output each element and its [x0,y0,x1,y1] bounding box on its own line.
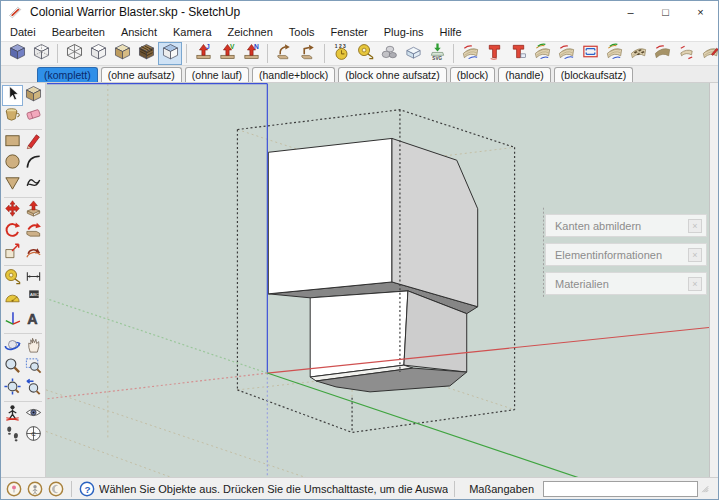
scene-tab-ohne-lauf[interactable]: (ohne lauf) [185,67,249,82]
statusbar: ? Wählen Sie Objekte aus. Drücken Sie di… [1,477,718,499]
statusbar-separator [454,481,455,497]
skin-contours-button[interactable] [554,42,578,65]
tray-close-button[interactable]: × [688,219,702,233]
pan-tool-button[interactable] [23,336,44,357]
arc-tool-button[interactable] [23,153,44,174]
scene-tab-handle[interactable]: (handle) [498,67,551,82]
3d-text-tool-button[interactable]: A [23,310,44,331]
make-component-tool-button[interactable] [23,85,44,106]
position-camera-tool-button[interactable] [2,404,23,425]
tape-measure-tool-button[interactable] [2,268,23,289]
text-tool-button[interactable]: ABC [23,289,44,310]
menu-item-datei[interactable]: Datei [10,26,36,38]
shaded-textures-style-button[interactable] [134,42,158,65]
curviloft-small-button[interactable] [674,42,698,65]
shaded-style-button[interactable] [110,42,134,65]
back-edges-button[interactable] [29,42,53,65]
line-tool-icon [24,131,43,154]
wireframe-style-button[interactable] [62,42,86,65]
scene-tab-ohne-aufsatz[interactable]: (ohne aufsatz) [101,67,182,82]
scene-tab-handle+block[interactable]: (handle+block) [252,67,335,82]
orbit-tool-button[interactable] [2,336,23,357]
normal-push-pull-button[interactable]: N [239,42,263,65]
menu-item-fenster[interactable]: Fenster [330,26,367,38]
curviloft-edit-button[interactable] [698,42,719,65]
scene-tab-block-ohne-aufsatz[interactable]: (block ohne aufsatz) [338,67,447,82]
svg-text:ABC: ABC [30,292,39,297]
menu-item-tools[interactable]: Tools [289,26,315,38]
tools-on-surface-button[interactable] [482,42,506,65]
look-around-tool-button[interactable] [23,404,44,425]
scene-tab-block[interactable]: (block) [450,67,496,82]
rectangle-tool-button[interactable] [2,132,23,153]
offset-tool-button[interactable] [23,242,44,263]
walk-tool-button[interactable] [2,425,23,446]
credits-icon[interactable] [47,480,65,498]
push-pull-tool-button[interactable] [23,200,44,221]
scene-tab-komplett[interactable]: (komplett) [37,67,98,82]
zoom-tool-button[interactable] [2,357,23,378]
curviloft-mesh-button[interactable] [602,42,626,65]
loft-by-spline-button[interactable] [458,42,482,65]
line-tool-button[interactable] [23,132,44,153]
tape-roll-button[interactable] [353,42,377,65]
tray-close-button[interactable]: × [688,277,702,291]
curviloft-dark-button[interactable] [650,42,674,65]
polygon-tool-button[interactable] [2,174,23,195]
sharp-bend-button[interactable] [296,42,320,65]
hidden-line-style-button[interactable] [86,42,110,65]
help-icon[interactable]: ? [78,480,96,498]
paint-bucket-tool-button[interactable] [2,106,23,127]
follow-me-tool-button[interactable] [23,221,44,242]
scale-tool-button[interactable] [2,242,23,263]
drop-stones-button[interactable] [377,42,401,65]
eraser-tool-button[interactable] [23,106,44,127]
select-tool-button[interactable] [2,85,23,106]
vector-push-pull-button[interactable]: V [215,42,239,65]
tools-on-surface-alt-button[interactable] [506,42,530,65]
dimension-tool-button[interactable] [23,268,44,289]
geolocation-icon[interactable] [5,480,23,498]
monochrome-style-button[interactable] [158,42,182,65]
menu-item-hilfe[interactable]: Hilfe [440,26,462,38]
model-top-block-front-face[interactable] [268,138,392,293]
circle-tool-button[interactable] [2,153,23,174]
tray-close-button[interactable]: × [688,248,702,262]
xray-mode-button[interactable] [5,42,29,65]
joint-push-pull-button[interactable]: J [191,42,215,65]
menu-item-ansicht[interactable]: Ansicht [121,26,157,38]
loft-along-path-button[interactable] [530,42,554,65]
section-plane-tool-button[interactable]: C [23,425,44,446]
measurements-label: Maßangaben [469,483,534,495]
close-button[interactable]: × [683,1,718,23]
tray-materialien[interactable]: Materialien× [545,272,707,295]
zoom-window-tool-button[interactable] [23,357,44,378]
round-bend-button[interactable] [272,42,296,65]
rotate-tool-button[interactable] [2,221,23,242]
scene-tab-blockaufsatz[interactable]: (blockaufsatz) [554,67,633,82]
counter-123-button[interactable]: 1 2 3 [329,42,353,65]
zoom-previous-tool-button[interactable] [23,378,44,399]
move-tool-button[interactable] [2,200,23,221]
menu-item-bearbeiten[interactable]: Bearbeiten [52,26,105,38]
tool-row [2,404,44,425]
menu-item-plug-ins[interactable]: Plug-ins [384,26,424,38]
surface-frame-button[interactable] [578,42,602,65]
tray-elementinformationen[interactable]: Elementinformationen× [545,243,707,266]
menu-item-kamera[interactable]: Kamera [173,26,212,38]
maximize-button[interactable]: □ [648,1,683,23]
eraser-tool-icon [24,105,43,128]
zoom-extents-tool-button[interactable] [2,378,23,399]
menu-item-zeichnen[interactable]: Zeichnen [228,26,273,38]
tray-kanten-abmildern[interactable]: Kanten abmildern× [545,214,707,237]
protractor-tool-button[interactable] [2,289,23,310]
measurements-input[interactable] [543,481,698,497]
curviloft-checker-button[interactable] [626,42,650,65]
axes-tool-button[interactable] [2,310,23,331]
freehand-tool-button[interactable] [23,174,44,195]
minimize-button[interactable]: – [613,1,648,23]
claim-credit-icon[interactable] [26,480,44,498]
soap-skin-box-button[interactable] [401,42,425,65]
svg-export-button[interactable]: SVG [425,42,449,65]
resize-grip[interactable] [701,480,714,498]
